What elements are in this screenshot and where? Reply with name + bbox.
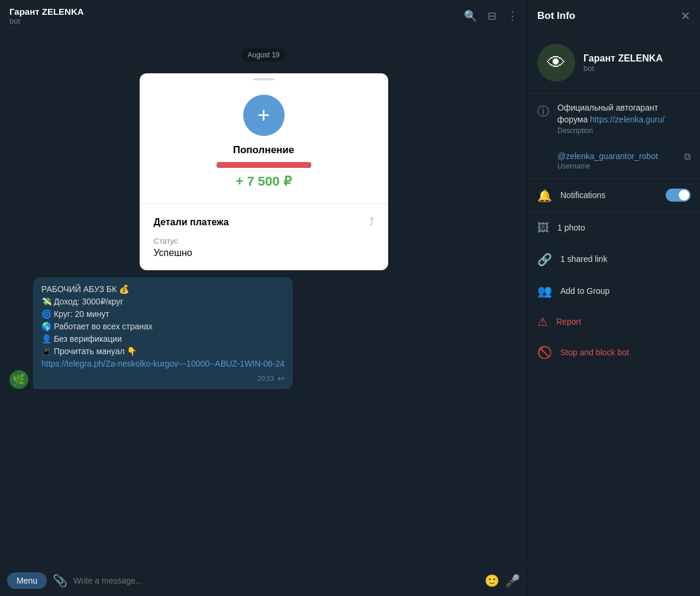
chat-title: Гарант ZELENKA [9,7,464,17]
bot-info-panel: Bot Info ✕ 👁 Гарант ZELENKA bot ⓘ Официа… [527,0,700,596]
mic-icon[interactable]: 🎤 [505,574,520,588]
card-section-title: Детали платежа [154,217,229,228]
more-icon[interactable]: ⋮ [507,9,518,22]
add-to-group-label: Add to Group [560,286,609,296]
chat-panel: Гарант ZELENKA bot 🔍 ⊟ ⋮ August 19 + [0,0,527,596]
payment-card-bottom: Детали платежа ⤴ Статус Успешно [140,204,388,270]
description-content: Официальный автогарант форума https://ze… [557,102,691,135]
action-section: 👥 Add to Group ⚠ Report 🚫 Stop and block… [528,276,700,368]
status-label: Статус [154,237,374,245]
bot-name-area: Гарант ZELENKA bot [583,53,663,73]
username-text[interactable]: @zelenka_guarantor_robot [557,151,676,161]
payment-card: + Пополнение + 7 500 ₽ Детали платежа ⤴ … [140,73,388,270]
bot-info-header: Bot Info ✕ [528,0,700,32]
message-bubble: РАБОЧИЙ АБУЗ БК 💰 💸 Доход: 3000₽/круг 🌀 … [33,277,293,389]
description-row: ⓘ Официальный автогарант форума https://… [528,94,700,143]
bot-name: Гарант ZELENKA [583,53,663,64]
media-section: 🖼 1 photo 🔗 1 shared link [528,212,700,276]
date-label: August 19 [9,48,518,61]
report-icon: ⚠ [537,315,548,329]
link-icon: 🔗 [537,252,552,267]
report-row[interactable]: ⚠ Report [528,306,700,337]
text-message-row: 🌿 РАБОЧИЙ АБУЗ БК 💰 💸 Доход: 3000₽/круг … [9,277,518,389]
bot-avatar: 👁 [537,44,575,82]
chat-header-icons: 🔍 ⊟ ⋮ [464,9,518,22]
msg-line1: РАБОЧИЙ АБУЗ БК 💰 [41,284,129,294]
layout-icon[interactable]: ⊟ [488,9,496,22]
block-icon: 🚫 [537,345,552,359]
description-link[interactable]: https://zelenka.guru/ [590,115,664,124]
plus-symbol: + [257,105,270,126]
chat-title-area: Гарант ZELENKA bot [9,7,464,25]
text-message: РАБОЧИЙ АБУЗ БК 💰 💸 Доход: 3000₽/круг 🌀 … [33,277,293,389]
copy-icon[interactable]: ⧉ [684,151,691,162]
notifications-toggle[interactable] [666,189,691,202]
bot-profile: 👁 Гарант ZELENKA bot [528,32,700,94]
message-text: РАБОЧИЙ АБУЗ БК 💰 💸 Доход: 3000₽/круг 🌀 … [41,283,285,370]
status-value: Успешно [154,248,374,258]
notifications-label: Notifications [560,190,657,200]
sender-avatar: 🌿 [9,370,28,389]
add-to-group-row[interactable]: 👥 Add to Group [528,276,700,306]
description-label: Description [557,127,691,135]
msg-line2: 💸 Доход: 3000₽/круг [41,297,123,306]
bot-type: bot [583,64,663,73]
username-label: Username [557,162,676,170]
menu-button[interactable]: Menu [7,572,47,589]
share-icon[interactable]: ⤴ [369,216,374,228]
payment-title: Пополнение [233,144,295,156]
close-icon[interactable]: ✕ [680,9,691,23]
forward-icon[interactable]: ↩ [278,374,285,383]
emoji-icon[interactable]: 🙂 [485,574,499,588]
stop-block-label: Stop and block bot [560,348,629,357]
date-badge: August 19 [241,48,285,61]
photo-label: 1 photo [557,223,585,232]
notifications-row: 🔔 Notifications [528,179,700,212]
shared-link-label: 1 shared link [560,254,607,264]
username-content: @zelenka_guarantor_robot Username [557,151,676,170]
payment-message: + Пополнение + 7 500 ₽ Детали платежа ⤴ … [9,73,518,273]
info-circle-icon: ⓘ [537,103,549,119]
search-icon[interactable]: 🔍 [464,9,477,22]
shared-link-row[interactable]: 🔗 1 shared link [528,243,700,275]
chat-subtitle: bot [9,17,464,25]
payment-card-top: + Пополнение + 7 500 ₽ [140,80,388,204]
chat-input-bar: Menu 📎 🙂 🎤 [0,564,527,596]
msg-line3: 🌀 Круг: 20 минут [41,309,109,319]
add-to-group-icon: 👥 [537,284,552,298]
message-link[interactable]: https://telegra.ph/Za-neskolko-kurgov---… [41,359,285,368]
chat-header: Гарант ZELENKA bot 🔍 ⊟ ⋮ [0,0,527,32]
plus-circle-icon: + [243,95,285,136]
msg-line4: 🌎 Работает во всех странах [41,322,153,331]
bot-info-title: Bot Info [537,10,680,22]
stop-block-row[interactable]: 🚫 Stop and block bot [528,337,700,368]
message-input[interactable] [73,576,479,585]
message-time-row: 20:23 ↩ [41,374,285,383]
description-section: ⓘ Официальный автогарант форума https://… [528,94,700,179]
attach-icon[interactable]: 📎 [53,574,67,588]
payment-amount: + 7 500 ₽ [236,174,291,189]
bell-icon: 🔔 [537,189,552,203]
card-section-header: Детали платежа ⤴ [154,216,374,228]
message-time: 20:23 [257,375,274,382]
msg-line5: 👤 Без верификации [41,334,122,344]
photo-row[interactable]: 🖼 1 photo [528,212,700,243]
redacted-line [217,162,311,168]
msg-line6: 📱 Прочитать мануал 👇 [41,346,137,356]
report-label: Report [556,317,581,326]
chat-messages: August 19 + Пополнение + 7 500 ₽ [0,32,527,564]
username-row: ⓘ @zelenka_guarantor_robot Username ⧉ [528,143,700,179]
photo-icon: 🖼 [537,221,549,235]
description-text: Официальный автогарант форума https://ze… [557,102,691,125]
